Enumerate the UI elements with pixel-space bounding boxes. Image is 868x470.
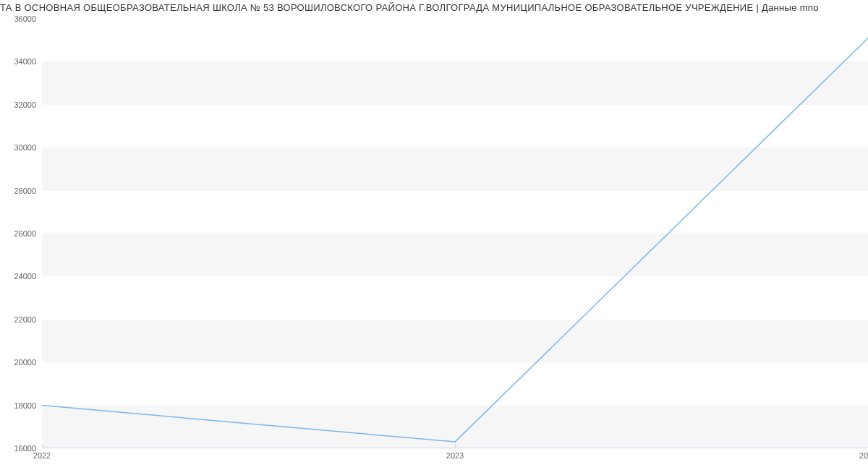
y-tick-label: 22000 bbox=[14, 315, 42, 324]
x-tick-label: 2023 bbox=[446, 451, 464, 460]
y-tick-label: 24000 bbox=[14, 272, 42, 281]
y-tick-label: 32000 bbox=[14, 101, 42, 109]
x-axis-labels: 202220232024 bbox=[42, 451, 868, 466]
y-tick-label: 18000 bbox=[14, 401, 42, 410]
x-tick bbox=[455, 444, 456, 448]
plot-area: 1600018000200002200024000260002800030000… bbox=[42, 19, 868, 448]
y-tick-label: 36000 bbox=[14, 14, 42, 23]
y-tick-label: 26000 bbox=[14, 229, 42, 238]
y-tick-label: 30000 bbox=[14, 143, 42, 152]
chart-title: ТА В ОСНОВНАЯ ОБЩЕОБРАЗОВАТЕЛЬНАЯ ШКОЛА … bbox=[0, 0, 868, 13]
x-tick bbox=[42, 444, 43, 448]
x-tick-label: 2024 bbox=[859, 451, 868, 460]
x-tick-label: 2022 bbox=[33, 451, 51, 460]
y-tick-label: 20000 bbox=[14, 358, 42, 367]
y-tick-label: 34000 bbox=[14, 57, 42, 66]
y-tick-label: 28000 bbox=[14, 187, 42, 195]
line-series bbox=[42, 38, 868, 442]
